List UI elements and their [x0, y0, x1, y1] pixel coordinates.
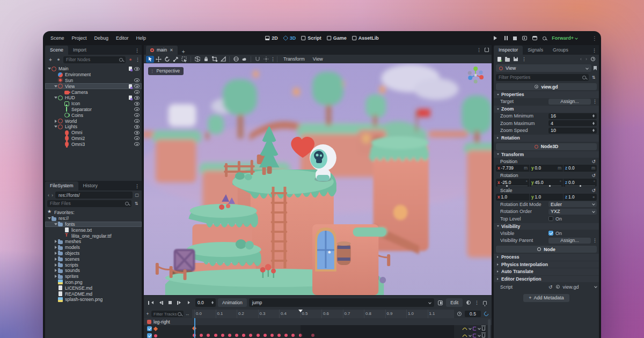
expand-arrow[interactable]	[54, 84, 58, 89]
close-tab-icon[interactable]: ✕	[170, 48, 173, 53]
tab-filesystem[interactable]: FileSystem	[45, 181, 78, 190]
zoom-maximum-field[interactable]: 4	[548, 120, 597, 126]
scene-tab-main[interactable]: main ✕	[146, 46, 178, 55]
anim-pin-button[interactable]	[481, 299, 488, 306]
tab-signals[interactable]: Signals	[523, 46, 548, 55]
view-menu[interactable]: View	[309, 56, 327, 62]
expand-arrow[interactable]	[54, 252, 58, 255]
visibility-eye-icon[interactable]	[134, 125, 140, 129]
switch-script[interactable]: Script	[301, 35, 321, 41]
scene-node-omni2[interactable]: Omni2	[45, 136, 142, 142]
timeline-playhead[interactable]	[194, 318, 195, 338]
select-tool[interactable]	[146, 56, 154, 63]
animation-name-dropdown[interactable]: jump	[249, 298, 435, 307]
scene-tabs-menu[interactable]: ⋮	[477, 47, 481, 53]
zoom-minimum-field[interactable]: 16	[548, 113, 597, 119]
section-properties[interactable]: Properties	[494, 91, 599, 98]
track-enabled-checkbox[interactable]	[147, 326, 152, 331]
anim-play-button[interactable]	[186, 299, 193, 306]
attached-script-icon[interactable]	[129, 95, 132, 100]
scene-node-world[interactable]: World	[45, 118, 142, 124]
section-rotation[interactable]: Rotation	[494, 135, 599, 142]
add-track-button[interactable]: +	[144, 311, 151, 317]
menu-item[interactable]: Scene	[47, 34, 68, 42]
visibility-eye-icon[interactable]	[134, 90, 140, 94]
split-mode-button[interactable]: ▢	[135, 193, 139, 197]
visibility-eye-icon[interactable]	[134, 78, 140, 82]
expand-arrow[interactable]	[54, 275, 58, 278]
expand-arrow[interactable]	[54, 269, 58, 272]
attach-script-button[interactable]: ⚭	[127, 57, 134, 62]
history-button[interactable]	[591, 57, 595, 61]
file-item-scenes[interactable]: scenes	[45, 256, 142, 262]
filter-tracks-input[interactable]: Filter Tracks	[151, 311, 184, 317]
keyframe[interactable]	[284, 334, 288, 337]
instance-scene-button[interactable]: ⚭	[55, 57, 62, 62]
sort-files-button[interactable]: ⇅	[133, 201, 140, 206]
file-item-fonts[interactable]: fonts	[45, 222, 142, 227]
file-item-icon-png[interactable]: icon.png	[45, 280, 142, 285]
keyframe[interactable]	[242, 334, 245, 337]
expand-arrow[interactable]	[54, 240, 58, 243]
delete-track-icon[interactable]	[482, 327, 485, 330]
expand-arrow[interactable]	[54, 222, 58, 227]
menubar-overflow[interactable]: ⋮	[592, 35, 597, 41]
keyframe[interactable]	[235, 334, 238, 337]
position-vector[interactable]: x-7.739m y0.0m z0.0m	[496, 165, 597, 172]
menu-item[interactable]: Help	[133, 34, 150, 42]
snap-toggle[interactable]	[253, 56, 261, 63]
viewport-extra-menu[interactable]: ⋮	[270, 56, 275, 62]
transform-menu[interactable]: Transform	[280, 56, 309, 62]
anim-menu[interactable]: ⋮	[474, 300, 479, 305]
keyframe[interactable]	[228, 334, 231, 337]
revert-icon[interactable]: ↺	[591, 188, 596, 193]
history-forward-button[interactable]: ›	[586, 56, 587, 62]
section-editor-description[interactable]: Editor Description	[494, 276, 599, 283]
pin-inspector-button[interactable]	[594, 66, 597, 70]
anim-skip-start-button[interactable]	[147, 299, 155, 306]
track-group-leg-right[interactable]: leg-right	[144, 318, 492, 325]
scale-tool[interactable]	[172, 56, 180, 63]
filesystem-dock-menu[interactable]: ⋮	[135, 183, 139, 189]
visibility-eye-icon[interactable]	[134, 131, 140, 135]
tab-import[interactable]: Import	[68, 46, 91, 55]
interp-mode-icon[interactable]	[473, 327, 477, 330]
switch-game[interactable]: Game	[327, 35, 347, 41]
visibility-eye-icon[interactable]	[134, 113, 140, 117]
attached-script-icon[interactable]	[129, 84, 132, 89]
wrap-mode-icon[interactable]	[463, 327, 467, 330]
save-resource-button[interactable]	[514, 57, 518, 61]
visibility-eye-icon[interactable]	[134, 84, 140, 88]
section-visibility[interactable]: Visibility	[494, 223, 599, 230]
expand-arrow[interactable]	[54, 124, 58, 129]
revert-icon[interactable]: ↺	[591, 159, 596, 164]
anim-stop-button[interactable]	[166, 299, 174, 306]
visibility-eye-icon[interactable]	[134, 136, 140, 140]
filter-nodes-input[interactable]: Filter Nodes	[63, 56, 126, 63]
keyframe[interactable]	[214, 334, 217, 337]
section-physics-interpolation[interactable]: Physics Interpolation	[494, 261, 599, 268]
rotation-order-dropdown[interactable]: YXZ	[548, 209, 597, 215]
expand-arrow[interactable]	[47, 216, 52, 221]
keyframe[interactable]	[200, 334, 203, 337]
scene-node-coins[interactable]: Coins	[45, 112, 142, 118]
autoplay-toggle[interactable]	[436, 299, 444, 306]
revert-icon[interactable]: ↺	[548, 284, 553, 290]
gear-icon[interactable]	[556, 285, 560, 289]
assign-button[interactable]: Assign...	[548, 238, 591, 244]
use-local-space-toggle[interactable]	[193, 56, 201, 63]
node3d-category[interactable]: Node3D	[496, 143, 597, 150]
visibility-eye-icon[interactable]	[134, 119, 140, 123]
play-scene-button[interactable]	[522, 36, 527, 40]
fit-zoom-icon[interactable]: ↔	[185, 312, 189, 317]
file-item-meshes[interactable]: meshes	[45, 239, 142, 245]
snap-clock-icon[interactable]	[457, 312, 462, 316]
file-item-objects[interactable]: objects	[45, 251, 142, 256]
renderer-dropdown[interactable]: Forward+	[552, 35, 577, 41]
preview-sun-toggle[interactable]	[262, 56, 270, 63]
lock-node-button[interactable]	[202, 56, 210, 63]
expand-arrow[interactable]	[54, 95, 58, 100]
interp-mode-icon[interactable]	[473, 334, 477, 337]
visibility-eye-icon[interactable]	[134, 107, 140, 111]
wrap-mode-icon[interactable]	[463, 334, 467, 337]
